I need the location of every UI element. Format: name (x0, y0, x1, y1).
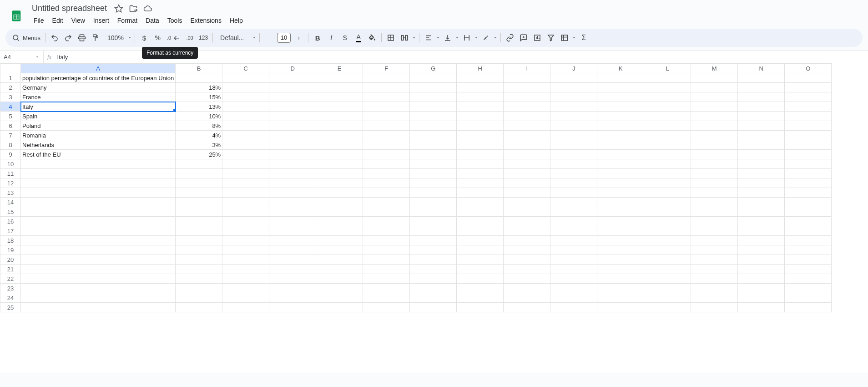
cell-H14[interactable] (457, 198, 504, 207)
cell-H25[interactable] (457, 303, 504, 312)
comment-button[interactable] (517, 31, 530, 44)
cell-A19[interactable] (21, 245, 176, 255)
increase-font-button[interactable]: + (293, 31, 305, 44)
cell-K4[interactable] (597, 102, 644, 112)
column-header-A[interactable]: A (21, 64, 176, 73)
cell-D5[interactable] (269, 112, 316, 121)
cell-I12[interactable] (504, 178, 550, 188)
cell-H4[interactable] (457, 102, 504, 112)
cell-H15[interactable] (457, 207, 504, 217)
cell-I10[interactable] (504, 159, 550, 169)
cell-B11[interactable] (176, 169, 222, 178)
row-header-15[interactable]: 15 (0, 207, 21, 217)
cell-O4[interactable] (785, 102, 832, 112)
cell-O10[interactable] (785, 159, 832, 169)
row-header-3[interactable]: 3 (0, 92, 21, 102)
cell-N24[interactable] (738, 293, 785, 303)
menu-view[interactable]: View (68, 15, 89, 26)
cell-J1[interactable] (550, 73, 597, 83)
column-header-E[interactable]: E (316, 64, 363, 73)
cell-D6[interactable] (269, 121, 316, 131)
cell-O12[interactable] (785, 178, 832, 188)
cell-G20[interactable] (410, 255, 457, 265)
cell-C16[interactable] (222, 217, 269, 226)
row-header-9[interactable]: 9 (0, 150, 21, 159)
cell-M14[interactable] (691, 198, 738, 207)
format-currency-button[interactable]: $ (138, 31, 151, 44)
cell-M7[interactable] (691, 131, 738, 140)
cell-L18[interactable] (644, 236, 691, 245)
move-icon[interactable] (129, 4, 138, 13)
cell-M19[interactable] (691, 245, 738, 255)
cell-D24[interactable] (269, 293, 316, 303)
cell-N11[interactable] (738, 169, 785, 178)
cell-G22[interactable] (410, 274, 457, 284)
cell-L2[interactable] (644, 83, 691, 92)
cell-L11[interactable] (644, 169, 691, 178)
row-header-20[interactable]: 20 (0, 255, 21, 265)
cell-L25[interactable] (644, 303, 691, 312)
cell-E20[interactable] (316, 255, 363, 265)
cell-M17[interactable] (691, 226, 738, 236)
cell-B25[interactable] (176, 303, 222, 312)
cell-F14[interactable] (363, 198, 410, 207)
cell-N16[interactable] (738, 217, 785, 226)
column-header-F[interactable]: F (363, 64, 410, 73)
cell-D8[interactable] (269, 140, 316, 150)
borders-button[interactable] (384, 31, 397, 44)
decrease-font-button[interactable]: − (262, 31, 275, 44)
cell-C3[interactable] (222, 92, 269, 102)
redo-button[interactable] (62, 31, 75, 44)
cell-F1[interactable] (363, 73, 410, 83)
cell-A15[interactable] (21, 207, 176, 217)
menu-extensions[interactable]: Extensions (187, 15, 225, 26)
cell-N7[interactable] (738, 131, 785, 140)
cell-K17[interactable] (597, 226, 644, 236)
cell-G25[interactable] (410, 303, 457, 312)
cell-D9[interactable] (269, 150, 316, 159)
cell-G2[interactable] (410, 83, 457, 92)
cell-N18[interactable] (738, 236, 785, 245)
cell-C23[interactable] (222, 284, 269, 293)
cell-E12[interactable] (316, 178, 363, 188)
cell-J14[interactable] (550, 198, 597, 207)
search-menus-button[interactable]: Menus (10, 31, 42, 44)
cell-O16[interactable] (785, 217, 832, 226)
cell-N2[interactable] (738, 83, 785, 92)
cell-A6[interactable]: Poland (21, 121, 176, 131)
cell-M4[interactable] (691, 102, 738, 112)
cell-A7[interactable]: Romania (21, 131, 176, 140)
cell-A12[interactable] (21, 178, 176, 188)
cell-O23[interactable] (785, 284, 832, 293)
cell-L9[interactable] (644, 150, 691, 159)
cell-H7[interactable] (457, 131, 504, 140)
column-header-J[interactable]: J (550, 64, 597, 73)
cell-B2[interactable]: 18% (176, 83, 222, 92)
cell-K23[interactable] (597, 284, 644, 293)
cell-G4[interactable] (410, 102, 457, 112)
cell-I18[interactable] (504, 236, 550, 245)
cell-J18[interactable] (550, 236, 597, 245)
chart-button[interactable] (531, 31, 544, 44)
cell-N13[interactable] (738, 188, 785, 198)
row-header-1[interactable]: 1 (0, 73, 21, 83)
cell-F22[interactable] (363, 274, 410, 284)
column-header-C[interactable]: C (222, 64, 269, 73)
row-header-8[interactable]: 8 (0, 140, 21, 150)
cell-F20[interactable] (363, 255, 410, 265)
cell-N14[interactable] (738, 198, 785, 207)
cell-E1[interactable] (316, 73, 363, 83)
cell-J13[interactable] (550, 188, 597, 198)
cell-H12[interactable] (457, 178, 504, 188)
cell-H11[interactable] (457, 169, 504, 178)
column-header-G[interactable]: G (410, 64, 457, 73)
cell-F13[interactable] (363, 188, 410, 198)
cell-O13[interactable] (785, 188, 832, 198)
cell-B3[interactable]: 15% (176, 92, 222, 102)
cell-G14[interactable] (410, 198, 457, 207)
undo-button[interactable] (48, 31, 61, 44)
cell-E16[interactable] (316, 217, 363, 226)
cell-A11[interactable] (21, 169, 176, 178)
cell-D14[interactable] (269, 198, 316, 207)
cell-D19[interactable] (269, 245, 316, 255)
